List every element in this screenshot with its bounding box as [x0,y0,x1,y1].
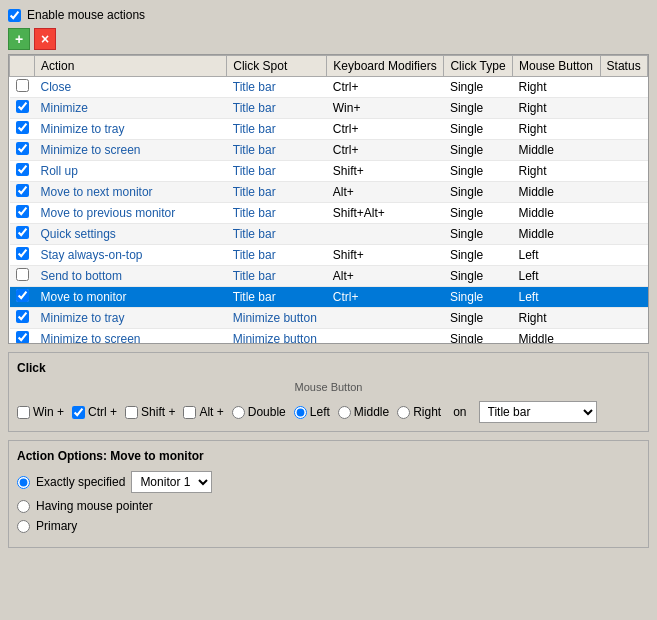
option-exactly-radio[interactable] [17,476,30,489]
ct-right: Right [397,405,441,419]
mod-win-label: Win + [33,405,64,419]
mod-ctrl-cb[interactable] [72,406,85,419]
table-cell: Right [513,77,601,98]
ct-left-radio[interactable] [294,406,307,419]
row-checkbox[interactable] [16,268,29,281]
table-cell [600,245,647,266]
table-row[interactable]: Quick settingsTitle barSingleMiddle [10,224,648,245]
table-cell [600,182,647,203]
mod-alt-cb[interactable] [183,406,196,419]
table-cell: Single [444,287,513,308]
monitor-select[interactable]: Monitor 1 Monitor 2 Monitor 3 [131,471,212,493]
option-mousepointer-label: Having mouse pointer [36,499,153,513]
table-cell: Left [513,266,601,287]
table-cell: Quick settings [35,224,227,245]
table-cell: Left [513,287,601,308]
table-cell: Middle [513,203,601,224]
table-cell: Ctrl+ [327,140,444,161]
table-cell [327,308,444,329]
table-cell: Single [444,329,513,345]
option-mousepointer-radio[interactable] [17,500,30,513]
mod-win-cb[interactable] [17,406,30,419]
enable-mouse-actions-checkbox[interactable] [8,9,21,22]
table-cell [327,224,444,245]
table-cell: Roll up [35,161,227,182]
remove-button[interactable]: × [34,28,56,50]
row-checkbox[interactable] [16,247,29,260]
option-mousepointer-row: Having mouse pointer [17,499,640,513]
add-button[interactable]: + [8,28,30,50]
table-cell: Minimize button [227,308,327,329]
row-checkbox[interactable] [16,205,29,218]
toolbar-row: + × [8,28,649,50]
mod-shift-cb[interactable] [125,406,138,419]
row-checkbox[interactable] [16,79,29,92]
row-checkbox[interactable] [16,226,29,239]
row-checkbox[interactable] [16,100,29,113]
col-mousebutton: Mouse Button [513,56,601,77]
table-cell: Minimize to tray [35,308,227,329]
table-row[interactable]: CloseTitle barCtrl+SingleRight [10,77,648,98]
table-cell: Title bar [227,119,327,140]
row-checkbox[interactable] [16,289,29,302]
col-clickspot: Click Spot [227,56,327,77]
table-cell [600,203,647,224]
table-cell: Title bar [227,203,327,224]
table-row[interactable]: Minimize to screenMinimize buttonSingleM… [10,329,648,345]
table-cell: Move to monitor [35,287,227,308]
mouse-button-group: Mouse Button Win + Ctrl + Shift + Alt + [17,381,640,423]
table-cell: Single [444,182,513,203]
row-checkbox[interactable] [16,121,29,134]
ct-right-radio[interactable] [397,406,410,419]
table-cell: Single [444,119,513,140]
table-cell: Stay always-on-top [35,245,227,266]
table-cell [600,266,647,287]
table-cell: Title bar [227,161,327,182]
table-row[interactable]: Move to next monitorTitle barAlt+SingleM… [10,182,648,203]
table-row[interactable]: Send to bottomTitle barAlt+SingleLeft [10,266,648,287]
row-checkbox[interactable] [16,184,29,197]
table-cell: Send to bottom [35,266,227,287]
row-checkbox[interactable] [16,331,29,344]
table-row[interactable]: Move to previous monitorTitle barShift+A… [10,203,648,224]
table-row[interactable]: MinimizeTitle barWin+SingleRight [10,98,648,119]
col-action: Action [35,56,227,77]
mod-alt: Alt + [183,405,223,419]
enable-mouse-actions-label: Enable mouse actions [27,8,145,22]
table-cell: Shift+Alt+ [327,203,444,224]
table-cell: Single [444,224,513,245]
table-cell: Middle [513,182,601,203]
table-cell: Title bar [227,245,327,266]
table-cell: Ctrl+ [327,119,444,140]
table-cell: Single [444,245,513,266]
table-cell: Right [513,119,601,140]
row-checkbox[interactable] [16,142,29,155]
mouse-button-label: Mouse Button [17,381,640,393]
table-row[interactable]: Minimize to screenTitle barCtrl+SingleMi… [10,140,648,161]
table-row[interactable]: Minimize to trayTitle barCtrl+SingleRigh… [10,119,648,140]
option-primary-label: Primary [36,519,77,533]
table-cell: Title bar [227,140,327,161]
table-row[interactable]: Roll upTitle barShift+SingleRight [10,161,648,182]
row-checkbox[interactable] [16,310,29,323]
ct-double-radio[interactable] [232,406,245,419]
table-cell: Shift+ [327,245,444,266]
table-cell: Minimize to tray [35,119,227,140]
table-row[interactable]: Minimize to trayMinimize buttonSingleRig… [10,308,648,329]
table-cell: Title bar [227,266,327,287]
location-select[interactable]: Title bar Minimize button Maximize butto… [479,401,597,423]
table-cell: Middle [513,329,601,345]
table-cell [600,98,647,119]
action-options-panel: Action Options: Move to monitor Exactly … [8,440,649,548]
table-row[interactable]: Stay always-on-topTitle barShift+SingleL… [10,245,648,266]
table-cell: Move to next monitor [35,182,227,203]
option-primary-radio[interactable] [17,520,30,533]
row-checkbox[interactable] [16,163,29,176]
table-cell: Title bar [227,224,327,245]
mod-win: Win + [17,405,64,419]
main-container: Enable mouse actions + × Action Click Sp… [8,8,649,548]
table-row[interactable]: Move to monitorTitle barCtrl+SingleLeft [10,287,648,308]
table-cell: Minimize to screen [35,140,227,161]
ct-middle-radio[interactable] [338,406,351,419]
mod-ctrl: Ctrl + [72,405,117,419]
